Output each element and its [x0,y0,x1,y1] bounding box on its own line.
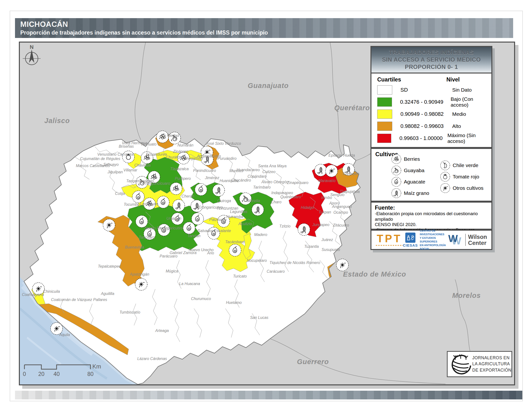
municipality-label: Coalcomán de Vázquez Pallares [51,298,107,302]
municipality-label: Morelia [247,199,260,203]
berries-icon [170,183,182,195]
cultivo-item: Aguacate [391,176,429,187]
municipality-label: Copándaro [247,174,266,178]
municipality-label: Jiquilpan [107,170,123,174]
municipality-label: Cotija [115,191,125,196]
maiz-grano-icon [213,184,225,196]
maiz-grano-icon [315,164,327,176]
aguacate-icon [391,176,402,187]
municipality-label: Tocumbo [124,202,139,206]
municipality-label: Huetamo [226,300,242,305]
municipality-label: Madero [254,233,267,237]
svg-text:N: N [30,44,34,50]
municipality-label: Los Reyes [140,202,158,206]
municipality-label: Zitácuaro [333,223,349,227]
otros-cultivos-icon [440,183,451,194]
footer-stripe [15,391,522,399]
municipality-label: Briseñas [119,144,134,149]
cultivo-label: Guayaba [404,168,424,173]
municipality-label: Tlazazalca [170,167,189,171]
legend-title-line3: PROPORCIÓN 0- 1 [371,63,491,71]
legend-swatch [377,121,392,131]
page-title: MICHOACÁN [20,20,513,29]
cultivo-label: Maíz grano [404,190,429,196]
cultivo-item: Otros cultivos [440,182,483,194]
cultivo-label: Chile verde [453,162,478,168]
aguacate-icon [191,213,204,225]
municipality-label: Angamacutiro [197,154,221,158]
legend-swatch [377,110,392,119]
legend-range: 0.32476 - 0.90949 [400,99,451,105]
municipality-label: Cherán [182,194,194,198]
municipality-label: San Lucas [250,316,268,320]
legend-range: 0.98082 - 0.99603 [400,123,452,129]
berries-icon [391,154,402,165]
page-subtitle: Proporción de trabajadores indígenas sin… [20,29,513,36]
municipality-label: Tacámbaro [225,240,245,244]
fuente-line: CENSO INEGI 2020. [375,222,488,227]
legend-range: SD [400,87,452,93]
wilson-center-logo: W W WilsonCenter [448,233,487,247]
municipality-label: Churumuco [191,297,211,301]
municipality-label: Churintzio [166,155,183,159]
municipality-label: Erongarícuaro [198,205,223,209]
cultivo-label: Otros cultivos [453,185,483,191]
municipality-label: Arteaga [155,328,169,333]
state-label: Estado de México [343,270,406,278]
otros-cultivos-icon [336,259,349,271]
maiz-grano-icon [391,188,402,199]
state-label: Guerrero [297,358,329,365]
legend-title-line2: SIN ACCESO A SERVICIO MÉDICO [371,56,491,63]
municipality-label: Chavinda [134,163,151,167]
legend-level: Sin Dato [452,87,472,93]
municipality-label: Huaniqueo [219,179,238,183]
municipality-label: Maravatío [318,179,335,183]
legend-level: Bajo (Con acceso) [450,96,491,108]
state-label: Morelos [452,291,481,299]
municipality-label: Indaparapeo [271,191,293,195]
cultivo-label: Aguacate [404,179,425,185]
fuente-title: Fuente: [375,205,488,211]
municipality-label: Pátzcuaro [209,218,227,222]
municipality-label: Lázaro Cárdenas [137,357,167,361]
wilson-w-icon: W W [448,233,464,247]
municipality-label: Tuxpan [318,210,331,214]
page: MICHOACÁN Proporción de trabajadores ind… [0,0,532,411]
aguacate-icon [229,244,241,256]
municipality-label: Tangancícuaro [145,181,170,186]
jornaleros-logo-box: JORNALEROS ENLA AGRICULTURADE EXPORTACIÓ… [447,351,512,377]
municipality-label: Tumbiscatío [119,310,140,314]
municipality-label: Tepalcatepec [98,264,121,268]
wilson-name-line: Wilson [468,234,487,240]
municipality-label: Apatzingán [130,272,149,276]
state-label: Jalisco [44,117,70,124]
municipality-label: José Sixto Verduzco [206,141,241,146]
otros-cultivos-icon [325,165,338,177]
municipality-label: Nuevo Parangaricutiro [144,226,183,230]
tpt-caption-decor [376,245,403,246]
cultivo-label: Berries [404,156,420,162]
legend-row: 0.90949 - 0.98082Medio [371,108,491,120]
state-label: Querétaro [334,104,370,112]
legend-row: SDSin Dato [371,84,491,96]
ciesas-line: EN ANTROPOLOGÍA SOCIAL [420,243,448,251]
legend-col-nivel: Nivel [446,76,460,83]
tpt-logo-text: TPT [377,233,402,244]
legend-row: 0.99603 - 1.00000Máximo (Sin acceso) [371,132,491,144]
cultivo-label: Tomate rojo [453,174,479,180]
legend-range: 0.90949 - 0.98082 [400,111,452,117]
municipality-label: Charo [271,200,282,204]
otros-cultivos-icon [103,219,115,231]
logos-box: TPT CIESAS CENTRO DE INVESTIGACIONESY ES… [370,230,492,250]
municipality-label: Nocupétaro [247,258,267,262]
municipality-label: Coahuayana [22,292,44,297]
municipality-label: Parácuaro [160,254,178,258]
tpt-logo: TPT [376,234,403,246]
state-label: Guanajuato [248,82,289,89]
aguacate-icon [195,184,207,196]
legend-swatch [377,97,392,107]
municipality-label: Tanhuato [141,142,156,146]
municipality-label: Purépero [175,177,191,181]
municipality-label: Hidalgo [301,206,314,210]
municipality-label: Múgica [166,269,178,273]
